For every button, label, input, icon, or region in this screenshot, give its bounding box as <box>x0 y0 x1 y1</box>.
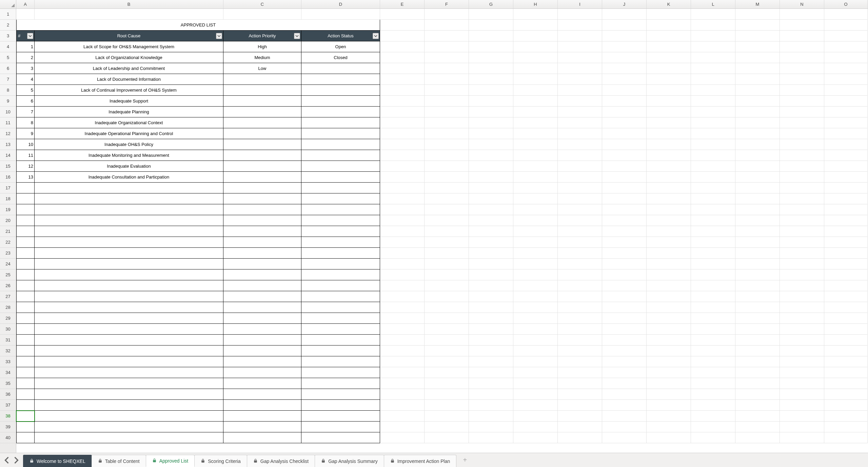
cell[interactable] <box>824 324 868 335</box>
cell[interactable] <box>780 367 824 378</box>
col-header-G[interactable]: G <box>469 0 513 8</box>
cell[interactable] <box>602 183 647 193</box>
priority-cell[interactable] <box>223 313 301 324</box>
cell[interactable] <box>301 9 380 20</box>
cell[interactable] <box>735 193 780 204</box>
cell[interactable] <box>824 259 868 269</box>
root-cause-cell[interactable] <box>35 302 223 313</box>
root-cause-cell[interactable] <box>35 193 223 204</box>
cell[interactable] <box>558 324 602 335</box>
cell[interactable] <box>780 226 824 237</box>
cell[interactable] <box>602 356 647 367</box>
col-header-J[interactable]: J <box>602 0 647 8</box>
cell[interactable] <box>780 31 824 41</box>
cell[interactable] <box>824 20 868 31</box>
cell[interactable] <box>735 389 780 400</box>
priority-cell[interactable] <box>223 280 301 291</box>
cell[interactable] <box>469 367 513 378</box>
cell[interactable] <box>647 215 691 226</box>
cell[interactable] <box>425 411 469 422</box>
cell[interactable] <box>780 63 824 74</box>
cell[interactable] <box>735 335 780 345</box>
cell[interactable] <box>380 20 425 31</box>
cell[interactable] <box>780 302 824 313</box>
cell[interactable] <box>780 291 824 302</box>
cell[interactable] <box>691 128 735 139</box>
cell[interactable] <box>469 389 513 400</box>
cell[interactable] <box>780 183 824 193</box>
cell[interactable] <box>780 96 824 107</box>
cell[interactable] <box>513 226 558 237</box>
cell[interactable] <box>469 107 513 117</box>
status-cell[interactable] <box>301 313 380 324</box>
cell[interactable] <box>691 204 735 215</box>
row-header-12[interactable]: 12 <box>0 128 16 139</box>
cell[interactable] <box>602 432 647 443</box>
root-cause-cell[interactable] <box>35 324 223 335</box>
cell[interactable] <box>380 139 425 150</box>
root-cause-cell[interactable] <box>35 356 223 367</box>
cell[interactable] <box>558 378 602 389</box>
priority-cell[interactable] <box>223 389 301 400</box>
cell[interactable] <box>380 367 425 378</box>
cell[interactable] <box>558 9 602 20</box>
cell[interactable] <box>513 411 558 422</box>
priority-cell[interactable] <box>223 161 301 172</box>
cell[interactable] <box>425 117 469 128</box>
cell[interactable] <box>780 269 824 280</box>
header-root-cause[interactable]: Root Cause <box>35 31 223 41</box>
cell[interactable] <box>647 237 691 248</box>
cell[interactable] <box>469 128 513 139</box>
cell[interactable] <box>558 193 602 204</box>
header-priority-filter-button[interactable] <box>294 33 300 39</box>
cell[interactable] <box>380 422 425 432</box>
cell[interactable] <box>425 63 469 74</box>
status-cell[interactable]: Closed <box>301 52 380 63</box>
cell[interactable] <box>780 215 824 226</box>
cell[interactable] <box>380 215 425 226</box>
cell[interactable] <box>513 280 558 291</box>
cell[interactable] <box>780 117 824 128</box>
cell[interactable] <box>824 107 868 117</box>
cell[interactable] <box>780 335 824 345</box>
cell[interactable] <box>691 215 735 226</box>
priority-cell[interactable] <box>223 356 301 367</box>
cell[interactable] <box>602 237 647 248</box>
cell[interactable] <box>735 150 780 161</box>
sheet-tab-welcome-to-sheqxel[interactable]: Welcome to SHEQXEL <box>23 455 92 467</box>
cell[interactable] <box>16 9 35 20</box>
row-header-9[interactable]: 9 <box>0 96 16 107</box>
cell[interactable] <box>691 367 735 378</box>
cell[interactable] <box>691 20 735 31</box>
cell[interactable] <box>425 172 469 183</box>
cell[interactable] <box>425 432 469 443</box>
cell[interactable] <box>469 183 513 193</box>
cell[interactable] <box>647 183 691 193</box>
cell[interactable] <box>380 41 425 52</box>
cell[interactable] <box>824 63 868 74</box>
cell[interactable] <box>469 345 513 356</box>
cell[interactable] <box>780 139 824 150</box>
cell[interactable] <box>425 20 469 31</box>
cell[interactable] <box>780 411 824 422</box>
cell[interactable] <box>691 302 735 313</box>
root-cause-cell[interactable] <box>35 378 223 389</box>
root-cause-cell[interactable]: Inadequate Consultation and Particpation <box>35 172 223 183</box>
cell[interactable] <box>602 193 647 204</box>
cell[interactable] <box>602 172 647 183</box>
priority-cell[interactable] <box>223 117 301 128</box>
num-cell[interactable] <box>16 324 35 335</box>
row-header-31[interactable]: 31 <box>0 335 16 345</box>
num-cell[interactable] <box>16 248 35 259</box>
cell[interactable] <box>380 150 425 161</box>
root-cause-cell[interactable] <box>35 411 223 422</box>
cell[interactable] <box>647 335 691 345</box>
cell[interactable] <box>735 324 780 335</box>
cell[interactable] <box>469 302 513 313</box>
cell[interactable] <box>380 356 425 367</box>
cell[interactable] <box>558 204 602 215</box>
cell[interactable] <box>513 422 558 432</box>
row-header-35[interactable]: 35 <box>0 378 16 389</box>
cell[interactable] <box>824 237 868 248</box>
cell[interactable] <box>425 313 469 324</box>
